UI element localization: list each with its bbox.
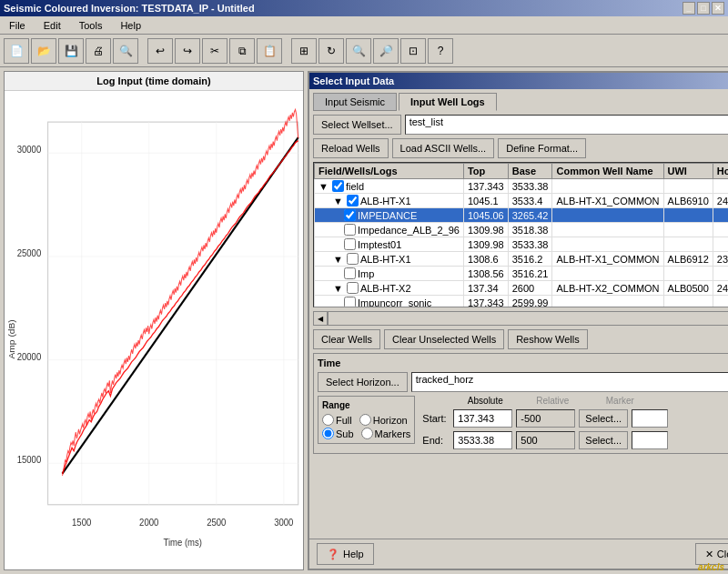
col-uwi: UWI — [663, 164, 713, 179]
open-button[interactable]: 📂 — [31, 38, 56, 64]
table-row[interactable]: Impedance_ALB_2_96 1309.983518.38 — [315, 223, 729, 237]
scroll-left-arrow[interactable]: ◀ — [313, 311, 328, 326]
end-relative-input[interactable] — [516, 431, 575, 449]
close-app-button[interactable]: ✕ — [712, 2, 724, 15]
maximize-button[interactable]: □ — [697, 2, 710, 15]
close-icon: ✕ — [705, 549, 713, 560]
help-icon: ❓ — [327, 549, 339, 560]
action-buttons-row: Reload Wells Load ASCII Wells... Define … — [313, 138, 728, 158]
start-relative-input[interactable] — [516, 409, 575, 428]
table-row[interactable]: ▼ ALB-HT-X2 137.342600ALB-HT-X2_COMMONAL… — [315, 281, 729, 296]
table-row[interactable]: Imptest01 1309.983533.38 — [315, 237, 729, 252]
horizontal-scroll[interactable]: ◀ ▶ — [313, 311, 728, 326]
help-label: Help — [343, 549, 364, 559]
tree-table-container[interactable]: Field/Wells/Logs Top Base Common Well Na… — [313, 162, 728, 307]
zoom-fit-button[interactable]: ⊡ — [400, 38, 426, 64]
menu-file[interactable]: File — [4, 18, 31, 33]
redo-button[interactable]: ↪ — [175, 38, 200, 64]
zoom-in-button[interactable]: 🔍 — [346, 38, 371, 64]
scroll-bar[interactable] — [328, 311, 728, 326]
table-row[interactable]: ▼ field 137.3433533.38 — [315, 179, 729, 194]
end-marker-input[interactable] — [632, 431, 668, 449]
radio-horizon: Horizon — [359, 414, 408, 426]
svg-text:2000: 2000 — [139, 517, 159, 527]
svg-text:1500: 1500 — [72, 517, 92, 527]
svg-text:2500: 2500 — [207, 517, 227, 527]
table-row[interactable]: ▼ ALB-HT-X1 1045.13533.4ALB-HT-X1_COMMON… — [315, 194, 729, 208]
chart-panel: Log Input (time domain) 30000 25000 2000… — [4, 71, 304, 570]
radio-row-2: Sub Markers — [322, 428, 410, 439]
select-wellset-button[interactable]: Select Wellset... — [313, 115, 401, 135]
horizon-value-field: tracked_horz — [411, 372, 728, 392]
radio-full: Full — [322, 414, 352, 426]
radio-horizon-label: Horizon — [373, 415, 408, 426]
svg-text:15000: 15000 — [17, 455, 42, 465]
table-row[interactable]: Imp 1308.563516.21 — [315, 267, 729, 281]
main-area: Log Input (time domain) 30000 25000 2000… — [0, 67, 728, 574]
dialog-title: Select Input Data — [313, 76, 394, 86]
print-button[interactable]: 🖨 — [86, 38, 111, 64]
col-horz-ti: Horz Ti — [713, 164, 728, 179]
svg-text:25000: 25000 — [17, 248, 42, 258]
well-action-buttons: Clear Wells Clear Unselected Wells Resho… — [313, 329, 728, 349]
menu-help[interactable]: Help — [115, 18, 147, 33]
tree-table: Field/Wells/Logs Top Base Common Well Na… — [314, 163, 728, 307]
menu-bar: File Edit Tools Help — [0, 16, 728, 35]
refresh-button[interactable]: ↻ — [318, 38, 344, 64]
svg-text:Time (ms): Time (ms) — [164, 538, 202, 548]
end-select-button[interactable]: Select... — [579, 431, 628, 449]
new-button[interactable]: 📄 — [4, 38, 29, 64]
cut-button[interactable]: ✂ — [202, 38, 228, 64]
copy-button[interactable]: ⧉ — [229, 38, 255, 64]
help-toolbar-button[interactable]: ? — [428, 38, 453, 64]
time-section-label: Time — [318, 357, 728, 368]
undo-button[interactable]: ↩ — [147, 38, 173, 64]
reshow-wells-button[interactable]: Reshow Wells — [508, 329, 588, 349]
wellset-value-field: test_list — [405, 115, 728, 135]
help-button[interactable]: ❓ Help — [317, 543, 374, 565]
col-common-well-name: Common Well Name — [552, 164, 663, 179]
end-label: End: — [422, 435, 450, 446]
start-select-button[interactable]: Select... — [579, 409, 628, 428]
zoom-out-button[interactable]: 🔎 — [373, 38, 399, 64]
select-horizon-button[interactable]: Select Horizon... — [318, 372, 408, 392]
tab-bar: Input Seismic Input Well Logs — [309, 89, 728, 111]
define-format-button[interactable]: Define Format... — [498, 138, 586, 158]
start-absolute-input[interactable] — [453, 409, 512, 428]
table-row[interactable]: IMPEDANCE 1045.063265.42 — [315, 208, 729, 223]
paste-button[interactable]: 📋 — [257, 38, 282, 64]
menu-edit[interactable]: Edit — [38, 18, 66, 33]
clear-unselected-button[interactable]: Clear Unselected Wells — [384, 329, 504, 349]
range-box: Range Full Horizon — [318, 396, 415, 444]
radio-sub-input[interactable] — [322, 428, 334, 439]
menu-tools[interactable]: Tools — [74, 18, 108, 33]
tab-input-well-logs[interactable]: Input Well Logs — [399, 93, 497, 111]
reload-wells-button[interactable]: Reload Wells — [313, 138, 389, 158]
load-ascii-button[interactable]: Load ASCII Wells... — [392, 138, 495, 158]
table-row[interactable]: ▼ ALB-HT-X1 1308.63516.2ALB-HT-X1_COMMON… — [315, 252, 729, 267]
preview-button[interactable]: 🔍 — [113, 38, 138, 64]
tab-input-seismic[interactable]: Input Seismic — [313, 93, 397, 111]
start-marker-input[interactable] — [632, 409, 668, 428]
title-bar: Seismic Coloured Inversion: TESTDATA_IP … — [0, 0, 728, 16]
end-absolute-input[interactable] — [453, 431, 512, 449]
minimize-button[interactable]: _ — [682, 2, 695, 15]
wellset-row: Select Wellset... test_list — [313, 115, 728, 135]
radio-horizon-input[interactable] — [359, 414, 371, 426]
radio-markers-input[interactable] — [361, 428, 373, 439]
svg-text:20000: 20000 — [17, 351, 42, 361]
clear-wells-button[interactable]: Clear Wells — [313, 329, 380, 349]
save-button[interactable]: 💾 — [58, 38, 84, 64]
radio-full-input[interactable] — [322, 414, 334, 426]
start-label: Start: — [422, 413, 450, 424]
end-row: End: Select... — [422, 431, 668, 449]
horizon-row: Select Horizon... tracked_horz — [318, 372, 728, 392]
time-values-area: Absolute Relative Marker Start: Select..… — [422, 396, 668, 449]
grid-button[interactable]: ⊞ — [291, 38, 317, 64]
dialog-panel: Select Input Data ✕ Input Seismic Input … — [308, 71, 728, 570]
table-row[interactable]: Impuncorr_sonic 137.3432599.99 — [315, 296, 729, 308]
dialog-content: Select Wellset... test_list Reload Wells… — [309, 111, 728, 539]
chart-area: 30000 25000 20000 15000 Amp (dB) 1500 20… — [5, 91, 303, 567]
branding: arkcls — [698, 562, 724, 572]
marker-header: Marker — [588, 396, 652, 406]
